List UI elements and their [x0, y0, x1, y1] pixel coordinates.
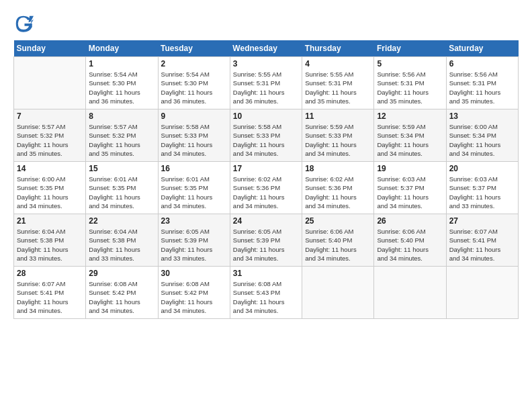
day-cell: 6Sunrise: 5:56 AM Sunset: 5:31 PM Daylig…	[446, 57, 518, 109]
day-number: 6	[449, 59, 515, 68]
day-info: Sunrise: 5:57 AM Sunset: 5:32 PM Dayligh…	[17, 122, 83, 158]
week-row-2: 7Sunrise: 5:57 AM Sunset: 5:32 PM Daylig…	[14, 109, 519, 162]
day-cell: 17Sunrise: 6:02 AM Sunset: 5:36 PM Dayli…	[230, 162, 302, 214]
day-info: Sunrise: 6:02 AM Sunset: 5:36 PM Dayligh…	[305, 175, 371, 210]
week-row-4: 21Sunrise: 6:04 AM Sunset: 5:38 PM Dayli…	[14, 214, 519, 267]
day-cell: 25Sunrise: 6:06 AM Sunset: 5:40 PM Dayli…	[302, 214, 374, 267]
day-number: 23	[161, 216, 227, 226]
page: SundayMondayTuesdayWednesdayThursdayFrid…	[0, 0, 532, 411]
day-number: 27	[449, 216, 515, 226]
day-info: Sunrise: 6:08 AM Sunset: 5:42 PM Dayligh…	[89, 279, 154, 315]
day-info: Sunrise: 6:04 AM Sunset: 5:38 PM Dayligh…	[17, 227, 83, 263]
day-cell: 9Sunrise: 5:58 AM Sunset: 5:33 PM Daylig…	[158, 109, 230, 162]
day-info: Sunrise: 5:55 AM Sunset: 5:31 PM Dayligh…	[305, 70, 371, 105]
day-cell: 30Sunrise: 6:08 AM Sunset: 5:42 PM Dayli…	[158, 267, 230, 319]
day-info: Sunrise: 5:55 AM Sunset: 5:31 PM Dayligh…	[233, 70, 299, 105]
day-number: 9	[161, 111, 227, 121]
day-info: Sunrise: 5:58 AM Sunset: 5:33 PM Dayligh…	[233, 122, 299, 158]
day-cell: 11Sunrise: 5:59 AM Sunset: 5:33 PM Dayli…	[302, 109, 374, 162]
day-cell: 7Sunrise: 5:57 AM Sunset: 5:32 PM Daylig…	[14, 109, 86, 162]
day-number: 14	[17, 164, 83, 173]
day-number: 25	[305, 216, 371, 226]
weekday-header-friday: Friday	[374, 40, 446, 57]
day-number: 12	[377, 111, 443, 121]
week-row-1: 1Sunrise: 5:54 AM Sunset: 5:30 PM Daylig…	[14, 57, 519, 109]
day-number: 13	[449, 111, 515, 121]
day-cell: 15Sunrise: 6:01 AM Sunset: 5:35 PM Dayli…	[86, 162, 158, 214]
day-cell	[14, 57, 86, 109]
logo-icon	[13, 13, 34, 34]
day-cell	[374, 267, 446, 319]
day-cell: 29Sunrise: 6:08 AM Sunset: 5:42 PM Dayli…	[86, 267, 158, 319]
day-number: 15	[89, 164, 154, 173]
day-info: Sunrise: 6:06 AM Sunset: 5:40 PM Dayligh…	[377, 227, 443, 263]
day-cell: 8Sunrise: 5:57 AM Sunset: 5:32 PM Daylig…	[86, 109, 158, 162]
day-number: 16	[161, 164, 227, 173]
day-cell: 18Sunrise: 6:02 AM Sunset: 5:36 PM Dayli…	[302, 162, 374, 214]
day-cell: 3Sunrise: 5:55 AM Sunset: 5:31 PM Daylig…	[230, 57, 302, 109]
day-number: 5	[377, 59, 443, 68]
day-number: 29	[89, 269, 154, 278]
day-number: 2	[161, 59, 227, 68]
weekday-header-monday: Monday	[86, 40, 158, 57]
day-number: 20	[449, 164, 515, 173]
day-number: 18	[305, 164, 371, 173]
day-info: Sunrise: 5:54 AM Sunset: 5:30 PM Dayligh…	[89, 70, 154, 105]
day-cell: 14Sunrise: 6:00 AM Sunset: 5:35 PM Dayli…	[14, 162, 86, 214]
day-info: Sunrise: 5:59 AM Sunset: 5:33 PM Dayligh…	[305, 122, 371, 158]
day-cell: 1Sunrise: 5:54 AM Sunset: 5:30 PM Daylig…	[86, 57, 158, 109]
day-cell: 2Sunrise: 5:54 AM Sunset: 5:30 PM Daylig…	[158, 57, 230, 109]
day-info: Sunrise: 6:04 AM Sunset: 5:38 PM Dayligh…	[89, 227, 154, 263]
day-cell: 19Sunrise: 6:03 AM Sunset: 5:37 PM Dayli…	[374, 162, 446, 214]
day-cell: 12Sunrise: 5:59 AM Sunset: 5:34 PM Dayli…	[374, 109, 446, 162]
week-row-3: 14Sunrise: 6:00 AM Sunset: 5:35 PM Dayli…	[14, 162, 519, 214]
day-number: 17	[233, 164, 299, 173]
weekday-header-saturday: Saturday	[446, 40, 518, 57]
day-number: 31	[233, 269, 299, 278]
day-cell: 22Sunrise: 6:04 AM Sunset: 5:38 PM Dayli…	[86, 214, 158, 267]
day-info: Sunrise: 5:56 AM Sunset: 5:31 PM Dayligh…	[449, 70, 515, 105]
day-cell: 4Sunrise: 5:55 AM Sunset: 5:31 PM Daylig…	[302, 57, 374, 109]
day-number: 26	[377, 216, 443, 226]
weekday-header-row: SundayMondayTuesdayWednesdayThursdayFrid…	[14, 40, 519, 57]
day-number: 11	[305, 111, 371, 121]
day-number: 30	[161, 269, 227, 278]
day-info: Sunrise: 6:01 AM Sunset: 5:35 PM Dayligh…	[89, 175, 154, 210]
day-info: Sunrise: 6:08 AM Sunset: 5:43 PM Dayligh…	[233, 279, 299, 315]
day-number: 1	[89, 59, 154, 68]
day-info: Sunrise: 6:02 AM Sunset: 5:36 PM Dayligh…	[233, 175, 299, 210]
day-info: Sunrise: 6:01 AM Sunset: 5:35 PM Dayligh…	[161, 175, 227, 210]
day-cell: 20Sunrise: 6:03 AM Sunset: 5:37 PM Dayli…	[446, 162, 518, 214]
day-cell: 24Sunrise: 6:05 AM Sunset: 5:39 PM Dayli…	[230, 214, 302, 267]
day-info: Sunrise: 5:58 AM Sunset: 5:33 PM Dayligh…	[161, 122, 227, 158]
day-cell: 21Sunrise: 6:04 AM Sunset: 5:38 PM Dayli…	[14, 214, 86, 267]
day-info: Sunrise: 6:05 AM Sunset: 5:39 PM Dayligh…	[233, 227, 299, 263]
day-cell: 5Sunrise: 5:56 AM Sunset: 5:31 PM Daylig…	[374, 57, 446, 109]
day-number: 7	[17, 111, 83, 121]
logo	[13, 13, 36, 34]
day-number: 21	[17, 216, 83, 226]
day-cell: 31Sunrise: 6:08 AM Sunset: 5:43 PM Dayli…	[230, 267, 302, 319]
day-cell: 28Sunrise: 6:07 AM Sunset: 5:41 PM Dayli…	[14, 267, 86, 319]
day-info: Sunrise: 5:56 AM Sunset: 5:31 PM Dayligh…	[377, 70, 443, 105]
day-cell: 27Sunrise: 6:07 AM Sunset: 5:41 PM Dayli…	[446, 214, 518, 267]
day-info: Sunrise: 6:00 AM Sunset: 5:35 PM Dayligh…	[17, 175, 83, 210]
day-number: 4	[305, 59, 371, 68]
day-info: Sunrise: 6:03 AM Sunset: 5:37 PM Dayligh…	[377, 175, 443, 210]
day-info: Sunrise: 6:06 AM Sunset: 5:40 PM Dayligh…	[305, 227, 371, 263]
day-info: Sunrise: 6:08 AM Sunset: 5:42 PM Dayligh…	[161, 279, 227, 315]
day-number: 19	[377, 164, 443, 173]
day-number: 24	[233, 216, 299, 226]
day-cell: 16Sunrise: 6:01 AM Sunset: 5:35 PM Dayli…	[158, 162, 230, 214]
day-info: Sunrise: 6:05 AM Sunset: 5:39 PM Dayligh…	[161, 227, 227, 263]
weekday-header-tuesday: Tuesday	[158, 40, 230, 57]
day-info: Sunrise: 5:57 AM Sunset: 5:32 PM Dayligh…	[89, 122, 154, 158]
day-number: 8	[89, 111, 154, 121]
weekday-header-wednesday: Wednesday	[230, 40, 302, 57]
day-cell: 23Sunrise: 6:05 AM Sunset: 5:39 PM Dayli…	[158, 214, 230, 267]
weekday-header-sunday: Sunday	[14, 40, 86, 57]
calendar: SundayMondayTuesdayWednesdayThursdayFrid…	[13, 40, 519, 319]
day-info: Sunrise: 6:07 AM Sunset: 5:41 PM Dayligh…	[17, 279, 83, 315]
header	[13, 13, 519, 34]
weekday-header-thursday: Thursday	[302, 40, 374, 57]
